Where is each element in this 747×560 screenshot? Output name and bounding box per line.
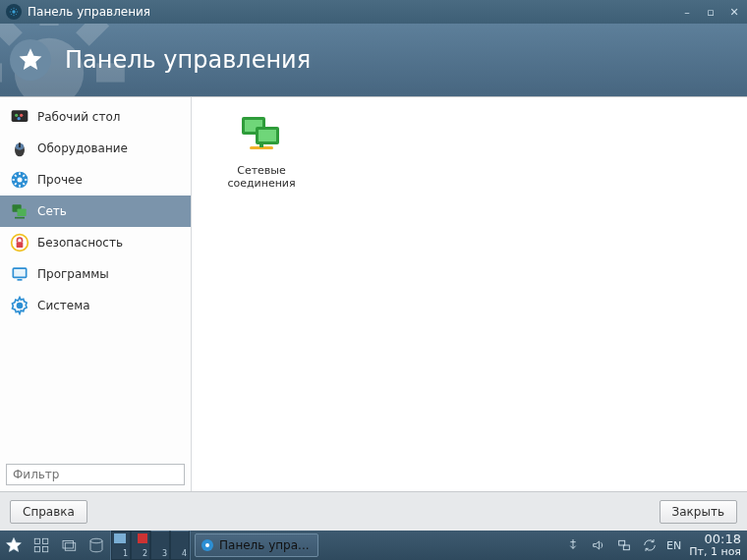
svg-rect-2 [39, 24, 58, 26]
gear-icon [10, 296, 29, 315]
svg-rect-20 [18, 209, 27, 217]
gear-icon [10, 170, 29, 190]
tray-network-icon[interactable] [615, 536, 633, 554]
taskbar-clock[interactable]: 00:18 Пт, 1 ноя [689, 532, 741, 558]
minimize-button[interactable]: – [680, 5, 694, 19]
svg-point-13 [18, 117, 21, 120]
sidebar-item-hardware[interactable]: Оборудование [0, 133, 191, 164]
window-titlebar: Панель управления – ▫ ✕ [0, 0, 747, 24]
content-pane: Сетевые соединения [192, 97, 747, 491]
help-button[interactable]: Справка [10, 500, 87, 524]
svg-rect-21 [15, 217, 25, 219]
task-label: Панель упра... [219, 538, 310, 552]
monitor-icon [10, 264, 29, 284]
svg-rect-16 [19, 142, 21, 147]
keyboard-layout[interactable]: EN [666, 539, 681, 552]
show-desktop-button[interactable] [28, 531, 55, 560]
svg-point-11 [15, 114, 18, 117]
page-title: Панель управления [65, 46, 311, 74]
windows-button[interactable] [55, 531, 83, 560]
sidebar: Рабочий стол Оборудование Прочее Сеть [0, 97, 192, 491]
pager-desktop-3[interactable]: 3 [150, 531, 170, 560]
clock-time: 00:18 [689, 532, 741, 546]
main-area: Рабочий стол Оборудование Прочее Сеть [0, 96, 747, 491]
svg-rect-33 [34, 538, 39, 543]
taskbar-task-active[interactable]: Панель упра... [195, 533, 318, 557]
network-icon [10, 201, 29, 221]
svg-rect-30 [259, 130, 276, 141]
svg-point-18 [18, 178, 23, 183]
svg-point-39 [90, 538, 102, 543]
svg-rect-6 [76, 24, 109, 46]
svg-rect-10 [12, 110, 29, 122]
tray-volume-icon[interactable] [590, 536, 607, 554]
svg-rect-4 [0, 63, 2, 82]
maximize-button[interactable]: ▫ [704, 5, 718, 19]
svg-rect-25 [14, 269, 26, 277]
sidebar-item-label: Прочее [37, 173, 83, 187]
svg-rect-34 [43, 538, 48, 543]
filter-input[interactable] [6, 464, 185, 485]
sidebar-item-label: Оборудование [37, 141, 128, 155]
taskbar: 1 2 3 4 Панель упра... EN 00:18 Пт, 1 но… [0, 531, 747, 560]
category-list: Рабочий стол Оборудование Прочее Сеть [0, 97, 191, 458]
sidebar-item-desktop[interactable]: Рабочий стол [0, 101, 191, 133]
svg-rect-26 [18, 279, 23, 281]
filter-wrap [0, 458, 191, 491]
svg-rect-37 [63, 541, 74, 549]
lock-icon [10, 233, 29, 252]
svg-rect-42 [619, 540, 625, 545]
svg-rect-35 [34, 547, 39, 552]
start-button[interactable] [0, 531, 28, 560]
desktop-icon [10, 107, 29, 127]
tray-updates-icon[interactable] [641, 536, 659, 554]
svg-rect-23 [17, 242, 24, 248]
desktop-pager[interactable]: 1 2 3 4 [110, 531, 191, 560]
svg-point-41 [205, 543, 209, 547]
svg-rect-36 [43, 547, 48, 552]
svg-point-12 [20, 114, 23, 117]
gear-icon [200, 537, 215, 553]
tile-label: Сетевые соединения [221, 164, 302, 190]
tile-network-connections[interactable]: Сетевые соединения [217, 107, 306, 194]
sidebar-item-system[interactable]: Система [0, 290, 191, 321]
pager-desktop-2[interactable]: 2 [131, 531, 150, 560]
close-button[interactable]: ✕ [727, 5, 741, 19]
tray-usb-icon[interactable] [564, 536, 582, 554]
network-connections-icon [238, 111, 285, 158]
dialog-footer: Справка Закрыть [0, 491, 747, 531]
window-title: Панель управления [28, 5, 680, 19]
header-banner: Панель управления [0, 24, 747, 96]
app-icon [6, 4, 22, 20]
star-badge-icon [10, 39, 51, 81]
sidebar-item-label: Сеть [37, 204, 67, 218]
svg-rect-38 [65, 543, 76, 551]
sidebar-item-label: Программы [37, 267, 109, 281]
sidebar-item-label: Рабочий стол [37, 110, 120, 124]
sidebar-item-programs[interactable]: Программы [0, 258, 191, 290]
close-dialog-button[interactable]: Закрыть [660, 500, 737, 524]
pager-desktop-1[interactable]: 1 [111, 531, 131, 560]
sidebar-item-other[interactable]: Прочее [0, 164, 191, 196]
sidebar-item-label: Система [37, 299, 90, 312]
files-button[interactable] [83, 531, 110, 560]
pager-desktop-4[interactable]: 4 [170, 531, 190, 560]
svg-rect-32 [259, 143, 263, 147]
svg-rect-43 [623, 545, 629, 550]
sidebar-item-security[interactable]: Безопасность [0, 227, 191, 258]
svg-point-0 [12, 10, 15, 13]
sidebar-item-label: Безопасность [37, 236, 123, 250]
mouse-icon [10, 139, 29, 158]
clock-date: Пт, 1 ноя [689, 546, 741, 558]
sidebar-item-network[interactable]: Сеть [0, 196, 191, 227]
